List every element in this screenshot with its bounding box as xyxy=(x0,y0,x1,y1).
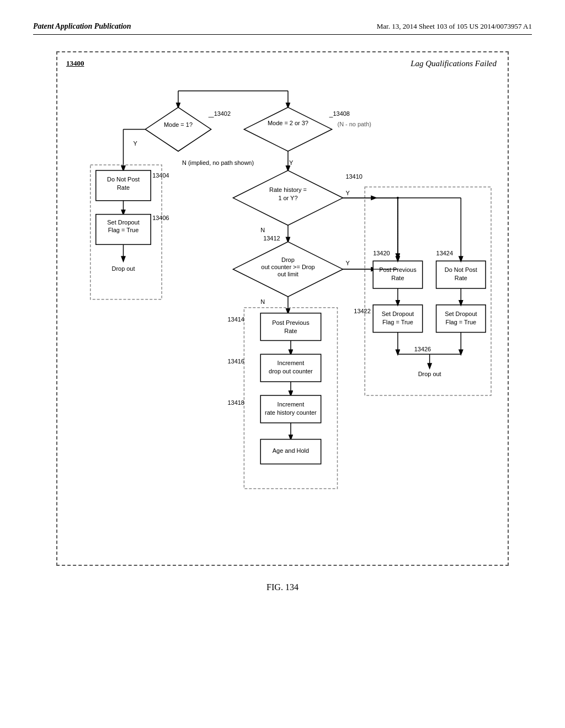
svg-point-80 xyxy=(397,197,399,199)
svg-text:13426: 13426 xyxy=(414,346,431,352)
diagram-container: 13400 Lag Qualifications Failed Mode = 1… xyxy=(56,51,509,566)
diagram-title: Lag Qualifications Failed xyxy=(411,59,497,68)
svg-text:N (implied, no path shown): N (implied, no path shown) xyxy=(182,159,254,166)
svg-text:Do Not Post: Do Not Post xyxy=(107,176,140,183)
svg-text:out limit: out limit xyxy=(278,271,299,277)
svg-text:Rate: Rate xyxy=(284,328,297,334)
page-header: Patent Application Publication Mar. 13, … xyxy=(33,22,532,35)
svg-text:Rate: Rate xyxy=(117,184,130,191)
figure-label: FIG. 134 xyxy=(33,582,532,592)
svg-text:(N - no path): (N - no path) xyxy=(337,121,371,127)
svg-text:Flag = True: Flag = True xyxy=(108,227,139,233)
svg-text:Do Not Post: Do Not Post xyxy=(445,266,477,273)
svg-text:Drop out: Drop out xyxy=(112,265,135,272)
svg-text:Rate: Rate xyxy=(455,275,467,281)
svg-text:Flag = True: Flag = True xyxy=(446,319,477,325)
svg-text:Increment: Increment xyxy=(278,360,305,366)
svg-text:Post Previous: Post Previous xyxy=(379,266,417,273)
svg-text:Drop out: Drop out xyxy=(418,371,441,377)
svg-text:Y: Y xyxy=(345,260,350,266)
publication-info: Mar. 13, 2014 Sheet 103 of 105 US 2014/0… xyxy=(377,22,532,31)
svg-text:Set Dropout: Set Dropout xyxy=(445,311,477,317)
svg-text:Y: Y xyxy=(133,140,137,147)
svg-text:13418: 13418 xyxy=(228,399,244,406)
svg-text:Mode = 2 or 3?: Mode = 2 or 3? xyxy=(268,120,308,126)
svg-marker-21 xyxy=(244,108,332,152)
svg-text:drop out counter: drop out counter xyxy=(269,368,313,374)
svg-text:Mode = 1?: Mode = 1? xyxy=(164,121,193,128)
svg-text:Set Dropout: Set Dropout xyxy=(382,311,414,317)
svg-text:N: N xyxy=(260,227,265,233)
svg-text:13402: 13402 xyxy=(214,110,231,117)
svg-text:13404: 13404 xyxy=(152,172,169,179)
svg-text:Rate: Rate xyxy=(391,275,404,281)
svg-text:Y: Y xyxy=(289,159,294,166)
svg-text:13412: 13412 xyxy=(263,235,280,242)
svg-text:Y: Y xyxy=(345,190,350,196)
svg-text:13408: 13408 xyxy=(333,110,350,117)
publication-type: Patent Application Publication xyxy=(33,22,131,31)
svg-text:13414: 13414 xyxy=(228,316,244,323)
page: Patent Application Publication Mar. 13, … xyxy=(0,0,565,728)
svg-text:rate history counter: rate history counter xyxy=(265,409,317,416)
svg-text:Drop: Drop xyxy=(281,256,295,263)
svg-text:Post Previous: Post Previous xyxy=(272,319,310,326)
svg-text:Rate history =: Rate history = xyxy=(269,186,307,193)
svg-text:Flag = True: Flag = True xyxy=(382,319,413,325)
svg-text:1 or Y?: 1 or Y? xyxy=(278,195,297,201)
svg-text:13406: 13406 xyxy=(152,215,169,221)
svg-text:out counter >= Drop: out counter >= Drop xyxy=(261,264,315,270)
svg-text:Age and Hold: Age and Hold xyxy=(273,447,309,454)
svg-text:13420: 13420 xyxy=(373,250,390,256)
svg-text:13410: 13410 xyxy=(345,173,362,180)
svg-text:Increment: Increment xyxy=(278,401,305,408)
svg-text:N: N xyxy=(260,298,265,305)
svg-text:13422: 13422 xyxy=(354,308,370,314)
svg-text:Set Dropout: Set Dropout xyxy=(107,219,139,226)
svg-text:13416: 13416 xyxy=(228,358,244,365)
flowchart: Mode = 1? 13402 Y Do Not Post Rate 13404… xyxy=(68,69,497,552)
svg-rect-62 xyxy=(365,187,491,395)
svg-text:13424: 13424 xyxy=(436,250,453,256)
diagram-id: 13400 xyxy=(66,59,84,68)
svg-marker-1 xyxy=(145,108,211,152)
